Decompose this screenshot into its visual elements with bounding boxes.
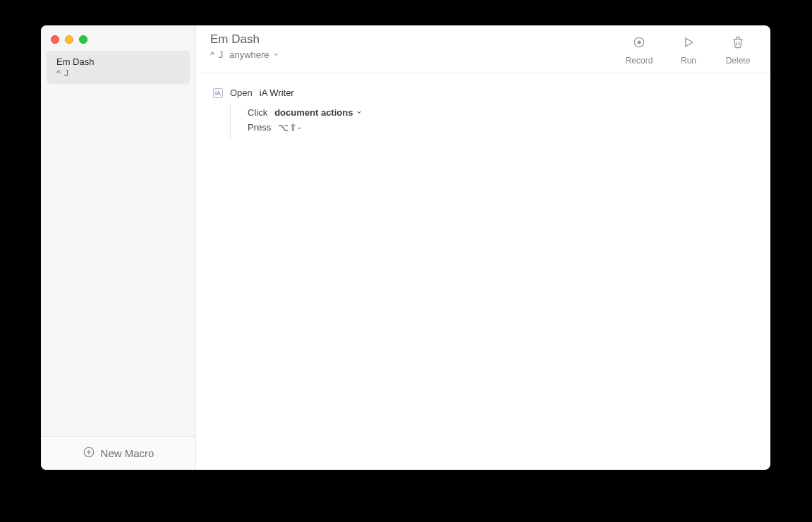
macro-item-title: Em Dash bbox=[56, 56, 181, 67]
delete-button[interactable]: Delete bbox=[724, 35, 752, 66]
step-click[interactable]: Click document actions bbox=[248, 105, 753, 120]
macro-item-shortcut: ^ J bbox=[56, 68, 181, 78]
macro-list: Em Dash ^ J bbox=[41, 51, 195, 436]
window-minimize-button[interactable] bbox=[65, 35, 73, 44]
trash-icon bbox=[731, 35, 745, 51]
scope-label: anywhere bbox=[229, 49, 269, 60]
window-close-button[interactable] bbox=[51, 35, 59, 44]
chevron-down-icon bbox=[356, 107, 363, 118]
macro-subheader: ^ J anywhere bbox=[210, 49, 279, 60]
toolbar: Record Run bbox=[625, 32, 752, 66]
sub-steps: Click document actions Press ⌥⇧- bbox=[230, 102, 753, 139]
svg-marker-5 bbox=[686, 38, 693, 47]
key-combo: ⌥⇧- bbox=[278, 122, 301, 133]
window-controls bbox=[41, 25, 195, 51]
chevron-down-icon bbox=[272, 49, 279, 60]
main-panel: Em Dash ^ J anywhere bbox=[196, 25, 770, 470]
step-press[interactable]: Press ⌥⇧- bbox=[248, 120, 753, 135]
delete-label: Delete bbox=[726, 56, 751, 66]
run-label: Run bbox=[681, 56, 696, 66]
step-verb: Press bbox=[248, 122, 271, 133]
click-target-label: document actions bbox=[274, 107, 353, 118]
macro-header: Em Dash ^ J anywhere bbox=[196, 25, 770, 73]
macro-steps: iA Open iA Writer Click document actions… bbox=[196, 73, 770, 470]
macro-shortcut: ^ J bbox=[210, 49, 224, 60]
plus-circle-icon bbox=[83, 446, 95, 461]
macro-title: Em Dash bbox=[210, 32, 279, 47]
record-label: Record bbox=[626, 56, 653, 66]
play-icon bbox=[681, 35, 696, 51]
step-target: iA Writer bbox=[260, 87, 294, 98]
sidebar: Em Dash ^ J New Macro bbox=[41, 25, 196, 470]
step-verb: Open bbox=[230, 87, 253, 98]
new-macro-button[interactable]: New Macro bbox=[41, 436, 195, 470]
new-macro-label: New Macro bbox=[101, 447, 154, 459]
scope-dropdown[interactable]: anywhere bbox=[229, 49, 279, 60]
macro-list-item[interactable]: Em Dash ^ J bbox=[47, 51, 190, 84]
run-button[interactable]: Run bbox=[674, 35, 703, 66]
window-zoom-button[interactable] bbox=[79, 35, 87, 44]
app-icon: iA bbox=[213, 88, 223, 98]
record-icon bbox=[632, 35, 646, 51]
record-button[interactable]: Record bbox=[625, 35, 653, 66]
click-target-dropdown[interactable]: document actions bbox=[274, 107, 363, 118]
step-verb: Click bbox=[248, 107, 267, 118]
app-window: Em Dash ^ J New Macro Em Dash ^ J bbox=[41, 25, 770, 470]
svg-point-4 bbox=[638, 41, 641, 44]
step-open[interactable]: iA Open iA Writer bbox=[213, 86, 753, 99]
